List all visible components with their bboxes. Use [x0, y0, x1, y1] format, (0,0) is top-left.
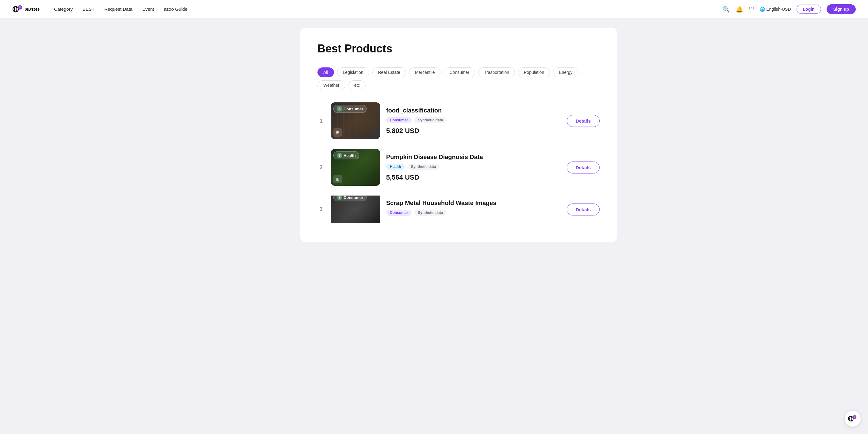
- product-price-1: 5,802 USD: [386, 127, 561, 135]
- bell-icon[interactable]: 🔔: [736, 5, 743, 13]
- product-tags-2: Health Synthetic data: [386, 164, 561, 170]
- sidebar-left: [225, 28, 293, 242]
- product-info-1: food_classification Consumer Synthetic d…: [386, 107, 561, 135]
- filter-real-estate[interactable]: Real Estate: [372, 67, 406, 77]
- globe-icon: 🌐: [760, 7, 765, 12]
- product-name-3: Scrap Metal Household Waste Images: [386, 200, 561, 207]
- filter-consumer[interactable]: Consumer: [443, 67, 475, 77]
- filter-weather[interactable]: Weather: [317, 80, 345, 90]
- image-icon-2: ⊞: [333, 175, 342, 183]
- brand-name: azoo: [25, 5, 39, 13]
- filter-legislation[interactable]: Legislation: [337, 67, 369, 77]
- nav-request-data[interactable]: Request Data: [104, 6, 132, 12]
- product-image-3: S Consumer: [331, 196, 380, 223]
- badge-s-2: S: [337, 153, 342, 158]
- badge-label-1: Consumer: [343, 107, 363, 111]
- filter-population[interactable]: Population: [518, 67, 550, 77]
- svg-point-7: [854, 416, 856, 418]
- product-price-2: 5,564 USD: [386, 173, 561, 181]
- language-label: English-USD: [766, 7, 791, 12]
- svg-point-4: [848, 416, 853, 421]
- product-tags-3: Consumer Synthetic data: [386, 210, 561, 216]
- main-content: Best Products All Legislation Real Estat…: [300, 28, 617, 242]
- tag-consumer-1: Consumer: [386, 117, 412, 123]
- details-button-1[interactable]: Details: [567, 115, 600, 127]
- details-button-3[interactable]: Details: [567, 203, 600, 215]
- nav-links: Category BEST Request Data Event azoo Gu…: [54, 6, 722, 12]
- product-info-3: Scrap Metal Household Waste Images Consu…: [386, 200, 561, 220]
- filter-energy[interactable]: Energy: [553, 67, 578, 77]
- logo-icon: [12, 4, 23, 15]
- product-badge-1: S Consumer: [333, 105, 367, 113]
- product-info-2: Pumpkin Disease Diagnosis Data Health Sy…: [386, 154, 561, 181]
- login-button[interactable]: Login: [797, 5, 821, 14]
- heart-icon[interactable]: ♡: [749, 5, 754, 13]
- nav-azoo-guide[interactable]: azoo Guide: [164, 6, 187, 12]
- tag-consumer-3: Consumer: [386, 210, 412, 216]
- badge-s-1: S: [337, 106, 342, 111]
- tag-synthetic-3: Synthetic data: [414, 210, 446, 216]
- product-name-2: Pumpkin Disease Diagnosis Data: [386, 154, 561, 161]
- product-image-1: S Consumer ⊞: [331, 102, 380, 139]
- product-rank-1: 1: [317, 118, 325, 124]
- filter-row: All Legislation Real Estate Mercantile C…: [317, 67, 600, 90]
- svg-point-1: [14, 6, 17, 12]
- page-wrapper: Best Products All Legislation Real Estat…: [219, 19, 649, 251]
- product-rank-2: 2: [317, 164, 325, 171]
- navbar: azoo Category BEST Request Data Event az…: [0, 0, 868, 19]
- product-image-2: S Health ⊞: [331, 149, 380, 186]
- bottom-logo[interactable]: [845, 411, 861, 427]
- product-list: 1 S Consumer ⊞ food_classification Consu…: [317, 102, 600, 223]
- nav-actions: 🔍 🔔 ♡ 🌐 English-USD Login Sign up: [722, 4, 856, 14]
- filter-etc[interactable]: etc: [348, 80, 366, 90]
- sidebar-right: [624, 28, 643, 242]
- tag-health-2: Health: [386, 164, 405, 170]
- image-icon-1: ⊞: [333, 128, 342, 137]
- product-item-1: 1 S Consumer ⊞ food_classification Consu…: [317, 102, 600, 139]
- nav-category[interactable]: Category: [54, 6, 73, 12]
- search-icon[interactable]: 🔍: [722, 5, 730, 13]
- logo[interactable]: azoo: [12, 4, 39, 15]
- product-badge-3: S Consumer: [333, 196, 367, 201]
- product-rank-3: 3: [317, 206, 325, 213]
- badge-s-3: S: [337, 196, 342, 200]
- product-tags-1: Consumer Synthetic data: [386, 117, 561, 123]
- filter-mercantile[interactable]: Mercantile: [409, 67, 441, 77]
- product-name-1: food_classification: [386, 107, 561, 114]
- details-button-2[interactable]: Details: [567, 162, 600, 173]
- product-item-2: 2 S Health ⊞ Pumpkin Disease Diagnosis D…: [317, 149, 600, 186]
- signup-button[interactable]: Sign up: [827, 4, 856, 14]
- filter-all[interactable]: All: [317, 67, 334, 77]
- svg-point-5: [849, 416, 852, 421]
- product-badge-2: S Health: [333, 152, 359, 159]
- filter-trasportation[interactable]: Trasportation: [478, 67, 515, 77]
- badge-label-3: Consumer: [343, 196, 363, 200]
- badge-label-2: Health: [343, 153, 356, 158]
- nav-event[interactable]: Event: [142, 6, 154, 12]
- page-title: Best Products: [317, 42, 600, 55]
- bottom-logo-icon: [848, 414, 858, 424]
- svg-point-0: [13, 6, 19, 12]
- product-item-3: 3 S Consumer Scrap Metal Household Waste…: [317, 196, 600, 223]
- tag-synthetic-1: Synthetic data: [414, 117, 446, 123]
- tag-synthetic-2: Synthetic data: [407, 164, 440, 170]
- language-selector[interactable]: 🌐 English-USD: [760, 7, 791, 12]
- svg-point-3: [19, 6, 21, 8]
- nav-best[interactable]: BEST: [83, 6, 94, 12]
